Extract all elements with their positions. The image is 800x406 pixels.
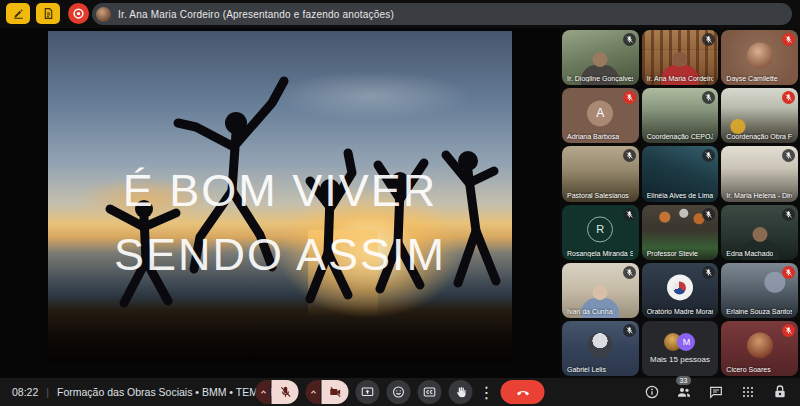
participant-name: Coordenação Obra Fr… bbox=[726, 133, 792, 140]
participant-tile[interactable]: Ir. Maria Helena - Diret… bbox=[721, 146, 798, 201]
recording-indicator[interactable] bbox=[68, 3, 89, 24]
mic-off-icon bbox=[784, 93, 793, 102]
call-controls: ⋮ bbox=[256, 379, 545, 405]
participant-name: Cicero Soares bbox=[726, 366, 770, 373]
participant-name: Ivan da Cunha bbox=[567, 308, 613, 315]
participant-tile[interactable]: Oratório Madre Moran… bbox=[642, 263, 719, 318]
notes-extension-button[interactable] bbox=[36, 3, 60, 24]
mic-off-icon bbox=[704, 268, 713, 277]
participant-name: Coordenação CEPOJ bbox=[647, 133, 713, 140]
participant-count-badge: 33 bbox=[676, 376, 692, 385]
mic-options-button[interactable] bbox=[256, 380, 271, 404]
captions-icon bbox=[423, 385, 437, 399]
participant-tile[interactable]: Professor Stevie bbox=[642, 205, 719, 260]
mic-off-icon bbox=[784, 326, 793, 335]
participant-tile[interactable]: A Adriana Barbosa bbox=[562, 88, 639, 143]
annotation-extension-button[interactable] bbox=[6, 3, 30, 24]
participant-name: Professor Stevie bbox=[647, 250, 698, 257]
reactions-button[interactable] bbox=[387, 380, 411, 404]
end-call-button[interactable] bbox=[501, 380, 545, 404]
logo-avatar bbox=[667, 275, 693, 301]
participant-tile[interactable]: Cicero Soares bbox=[721, 321, 798, 376]
mic-off-icon bbox=[625, 210, 634, 219]
mic-off-badge bbox=[702, 208, 715, 221]
participant-tile[interactable]: Ir. Diogline Gonçalves bbox=[562, 30, 639, 85]
record-icon bbox=[71, 6, 86, 21]
hand-icon bbox=[454, 385, 468, 399]
participant-tile[interactable]: Coordenação CEPOJ bbox=[642, 88, 719, 143]
mic-off-badge bbox=[623, 208, 636, 221]
overflow-tile[interactable]: M Mais 15 pessoas bbox=[642, 321, 719, 376]
participant-name: Ir. Maria Helena - Diret… bbox=[726, 192, 792, 199]
participant-tile[interactable]: Coordenação Obra Fr… bbox=[721, 88, 798, 143]
overflow-label: Mais 15 pessoas bbox=[642, 355, 719, 364]
mic-toggle-button[interactable] bbox=[272, 380, 299, 404]
mic-off-badge bbox=[782, 266, 795, 279]
participant-tile[interactable]: Pastoral Salesianos bbox=[562, 146, 639, 201]
camera-toggle-button[interactable] bbox=[322, 380, 349, 404]
participant-tile[interactable]: Ivan da Cunha bbox=[562, 263, 639, 318]
activities-button[interactable] bbox=[739, 384, 756, 401]
participant-tile[interactable]: Elinéia Alves de Lima P… bbox=[642, 146, 719, 201]
mic-off-badge bbox=[702, 33, 715, 46]
participant-tile[interactable]: R Rosangela Miranda Sa… bbox=[562, 205, 639, 260]
presentation-slide: É BOM VIVER SENDO ASSIM bbox=[48, 31, 512, 363]
mic-off-icon bbox=[704, 93, 713, 102]
participant-name: Edna Machado bbox=[726, 250, 773, 257]
meeting-panels: 33 bbox=[643, 378, 788, 406]
present-screen-icon bbox=[361, 385, 375, 399]
presentation-stage[interactable]: É BOM VIVER SENDO ASSIM bbox=[0, 28, 560, 378]
mic-off-badge bbox=[623, 91, 636, 104]
meeting-details-button[interactable] bbox=[643, 384, 660, 401]
chevron-up-icon bbox=[308, 387, 318, 397]
avatar bbox=[587, 333, 613, 359]
mic-off-icon bbox=[625, 151, 634, 160]
participant-name: Erlaine Souza Santos bbox=[726, 308, 792, 315]
slide-caption-line2: SENDO ASSIM bbox=[48, 223, 512, 287]
avatar bbox=[747, 42, 773, 68]
mic-control bbox=[256, 380, 299, 404]
mic-off-icon bbox=[704, 210, 713, 219]
camera-options-button[interactable] bbox=[306, 380, 321, 404]
participants-grid: Ir. Diogline Gonçalves Ir. Ana Maria Cor… bbox=[562, 30, 798, 376]
google-meet-window: Ir. Ana Maria Cordeiro (Apresentando e f… bbox=[0, 0, 800, 406]
participant-name: Dayse Camilette bbox=[726, 75, 777, 82]
captions-button[interactable] bbox=[418, 380, 442, 404]
participant-name: Gabriel Lelis bbox=[567, 366, 606, 373]
people-panel-button[interactable]: 33 bbox=[675, 384, 692, 401]
mic-off-badge bbox=[702, 91, 715, 104]
participant-name: Elinéia Alves de Lima P… bbox=[647, 192, 713, 199]
mic-off-badge bbox=[623, 33, 636, 46]
participant-tile[interactable]: Erlaine Souza Santos bbox=[721, 263, 798, 318]
participant-tile[interactable]: Gabriel Lelis bbox=[562, 321, 639, 376]
camera-off-icon bbox=[328, 385, 342, 399]
present-screen-button[interactable] bbox=[356, 380, 380, 404]
apps-grid-icon bbox=[740, 384, 756, 400]
oratorio-logo bbox=[673, 281, 686, 294]
mic-off-badge bbox=[782, 91, 795, 104]
presenter-label: Ir. Ana Maria Cordeiro (Apresentando e f… bbox=[118, 9, 394, 20]
camera-control bbox=[306, 380, 349, 404]
mic-off-icon bbox=[784, 151, 793, 160]
slide-caption-line1: É BOM VIVER bbox=[48, 159, 512, 223]
chat-panel-button[interactable] bbox=[707, 384, 724, 401]
participant-tile[interactable]: Edna Machado bbox=[721, 205, 798, 260]
raise-hand-button[interactable] bbox=[449, 380, 473, 404]
info-icon bbox=[644, 384, 660, 400]
participant-name: Ir. Diogline Gonçalves bbox=[567, 75, 633, 82]
mic-off-icon bbox=[784, 210, 793, 219]
bottom-bar: 08:22 | Formação das Obras Sociais • BMM… bbox=[0, 378, 800, 406]
mic-off-badge bbox=[702, 149, 715, 162]
mic-off-badge bbox=[782, 208, 795, 221]
participant-tile[interactable]: Ir. Ana Maria Cordeiro bbox=[642, 30, 719, 85]
mic-off-badge bbox=[623, 266, 636, 279]
clock-time: 08:22 bbox=[12, 386, 38, 398]
slide-caption: É BOM VIVER SENDO ASSIM bbox=[48, 159, 512, 287]
more-options-button[interactable]: ⋮ bbox=[480, 380, 494, 404]
overflow-avatars: M bbox=[642, 333, 719, 351]
avatar bbox=[747, 333, 773, 359]
presenter-pill[interactable]: Ir. Ana Maria Cordeiro (Apresentando e f… bbox=[92, 3, 792, 25]
host-controls-button[interactable] bbox=[771, 384, 788, 401]
mic-off-badge bbox=[782, 324, 795, 337]
participant-tile[interactable]: Dayse Camilette bbox=[721, 30, 798, 85]
